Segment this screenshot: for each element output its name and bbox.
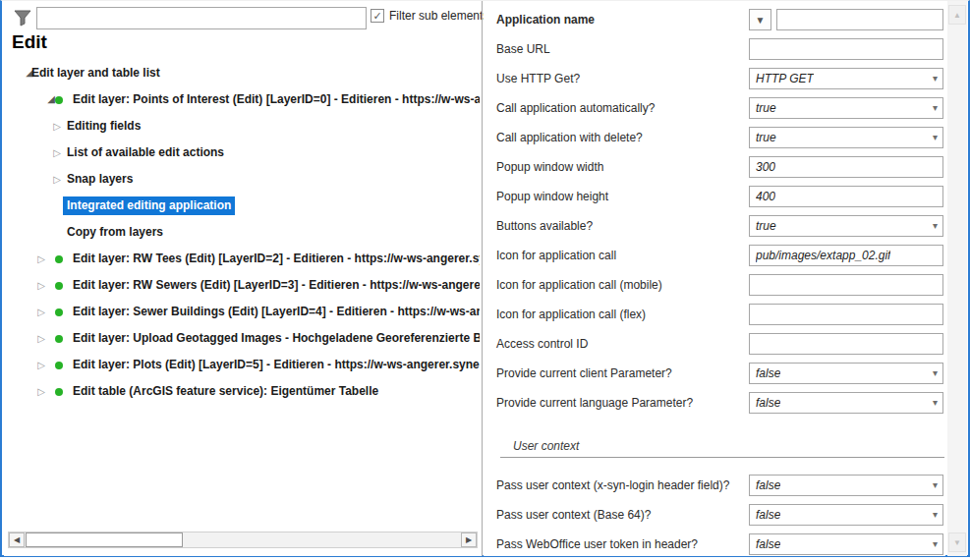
chevron-down-icon[interactable]: ▼ [749, 9, 771, 30]
layer-status-dot-icon [55, 282, 63, 290]
tree-item-label[interactable]: Edit layer: Points of Interest (Edit) [L… [69, 90, 480, 109]
form-row: Icon for application callpub/images/exta… [484, 245, 945, 266]
form-input[interactable] [749, 304, 943, 325]
chevron-down-icon[interactable]: ▾ [933, 397, 938, 408]
form-input[interactable] [749, 274, 943, 296]
form-dropdown[interactable]: false▾ [749, 392, 943, 414]
tree-collapsed-icon[interactable]: ▷ [33, 299, 49, 325]
form-label: Icon for application call [496, 249, 616, 262]
field-value: false [756, 537, 780, 551]
form-dropdown[interactable]: false▾ [749, 363, 943, 384]
tree-item-label[interactable]: Edit layer: Sewer Buildings (Edit) [Laye… [69, 303, 480, 321]
arrow-down-icon[interactable]: ▼ [948, 532, 966, 552]
tree-collapsed-icon[interactable]: ▷ [33, 325, 49, 352]
tree-item-label[interactable]: Editing fields [63, 117, 144, 136]
edit-tree-panel: ✓ Filter sub elements Edit ◢Edit layer a… [4, 1, 482, 556]
chevron-down-icon[interactable]: ▾ [933, 538, 938, 549]
tree-item-label-selected[interactable]: Integrated editing application [63, 196, 235, 215]
form-dropdown[interactable]: HTTP GET▾ [749, 68, 943, 89]
tree-item-label[interactable]: Edit layer and table list [28, 64, 164, 83]
filter-input[interactable] [36, 7, 367, 29]
tree-collapsed-icon[interactable]: ▷ [33, 378, 49, 405]
form-label: Buttons available? [496, 219, 593, 233]
form-label: Popup window width [496, 160, 603, 174]
field-value: 300 [756, 160, 775, 174]
form-dropdown[interactable]: true▾ [749, 127, 943, 148]
chevron-down-icon[interactable]: ▾ [933, 102, 938, 113]
arrow-right-icon[interactable]: ▶ [461, 532, 477, 547]
form-dropdown[interactable]: false▾ [749, 504, 943, 526]
chevron-down-icon[interactable]: ▾ [933, 367, 938, 378]
vertical-scrollbar[interactable]: ▲ ▼ [947, 1, 967, 556]
tree-item-label[interactable]: Edit layer: RW Tees (Edit) [LayerID=2] -… [69, 250, 480, 268]
chevron-down-icon[interactable]: ▾ [933, 220, 938, 231]
layer-status-dot-icon [55, 362, 63, 369]
filter-sub-elements-checkbox[interactable]: ✓ Filter sub elements [371, 9, 488, 23]
form-input[interactable] [749, 38, 943, 60]
tree-item[interactable]: ▷List of available edit actions [4, 140, 480, 166]
form-row: Icon for application call (flex) [484, 304, 945, 325]
tree-item-label[interactable]: Edit table (ArcGIS feature service): Eig… [69, 382, 382, 401]
form-dropdown[interactable]: true▾ [749, 215, 943, 237]
arrow-up-icon[interactable]: ▲ [948, 5, 966, 25]
tree-item[interactable]: ▷Edit table (ArcGIS feature service): Ei… [4, 378, 480, 405]
field-value: true [756, 101, 776, 115]
tree-item[interactable]: Copy from layers [4, 219, 480, 246]
chevron-down-icon[interactable]: ▾ [933, 73, 938, 84]
form-dropdown[interactable]: true▾ [749, 97, 943, 119]
tree-collapsed-icon[interactable]: ▷ [33, 272, 49, 299]
chevron-down-icon[interactable]: ▾ [933, 509, 938, 520]
tree-item[interactable]: ▷Edit layer: Sewer Buildings (Edit) [Lay… [4, 299, 480, 325]
layer-status-dot-icon [55, 335, 63, 343]
form-row: Popup window height400 [484, 186, 945, 207]
form-label: Call application with delete? [496, 131, 643, 144]
form-label: Pass user context (x-syn-login header fi… [496, 478, 729, 492]
form-label: Provide current language Parameter? [496, 396, 693, 410]
tree-item[interactable]: ▷Editing fields [4, 113, 480, 140]
tree-item-label[interactable]: Copy from layers [63, 223, 167, 242]
form-label: Pass WebOffice user token in header? [496, 537, 698, 551]
form-input[interactable]: 400 [749, 186, 943, 207]
tree-item[interactable]: ▷Edit layer: Upload Geotagged Images - H… [4, 325, 480, 352]
form-input[interactable] [776, 9, 943, 30]
horizontal-scrollbar[interactable]: ◀ ▶ [8, 532, 478, 548]
tree-item[interactable]: ▷Snap layers [4, 166, 480, 193]
form-dropdown[interactable]: false▾ [749, 475, 943, 496]
checkbox-check-icon[interactable]: ✓ [371, 9, 384, 23]
chevron-down-icon[interactable]: ▾ [933, 132, 938, 142]
form-dropdown[interactable]: false▾ [749, 533, 943, 555]
form-row: Provide current client Parameter?false▾ [484, 363, 945, 384]
tree-item[interactable]: ▷Edit layer: Plots (Edit) [LayerID=5] - … [4, 352, 480, 378]
form-row: Icon for application call (mobile) [484, 274, 945, 296]
form-label: Base URL [496, 42, 550, 56]
tree-item-label[interactable]: Snap layers [63, 170, 137, 189]
form-input[interactable]: 300 [749, 156, 943, 178]
tree-collapsed-icon[interactable]: ▷ [33, 246, 49, 272]
form-row: Pass user context (Base 64)?false▾ [484, 504, 945, 526]
field-value: true [756, 219, 776, 233]
form-row: Buttons available?true▾ [484, 215, 945, 237]
form-row: Application name▼ [484, 9, 945, 30]
form-label: Icon for application call (flex) [496, 308, 646, 321]
form-row: Call application automatically?true▾ [484, 97, 945, 119]
tree-item-label[interactable]: Edit layer: RW Sewers (Edit) [LayerID=3]… [69, 276, 480, 295]
layer-status-dot-icon [55, 388, 63, 396]
tree-item-label[interactable]: Edit layer: Plots (Edit) [LayerID=5] - E… [69, 356, 480, 374]
tree-item[interactable]: ▷Edit layer: RW Sewers (Edit) [LayerID=3… [4, 272, 480, 299]
arrow-left-icon[interactable]: ◀ [9, 532, 25, 547]
chevron-down-icon[interactable]: ▾ [933, 479, 938, 490]
scrollbar-thumb[interactable] [26, 532, 183, 547]
tree-item[interactable]: Integrated editing application [4, 193, 480, 219]
form-label: Application name [496, 13, 595, 27]
tree-item[interactable]: ▷Edit layer: RW Tees (Edit) [LayerID=2] … [4, 246, 480, 272]
form-input[interactable]: pub/images/extapp_02.gif [749, 245, 943, 266]
tree-item-label[interactable]: Edit layer: Upload Geotagged Images - Ho… [69, 329, 480, 348]
layer-status-dot-icon [55, 96, 63, 104]
tree-collapsed-icon[interactable]: ▷ [33, 352, 49, 378]
form-row: Access control ID [484, 333, 945, 355]
tree-item[interactable]: ◢Edit layer: Points of Interest (Edit) [… [4, 86, 480, 113]
form-input[interactable] [749, 333, 943, 355]
tree-item-label[interactable]: List of available edit actions [63, 143, 228, 162]
tree-item[interactable]: ◢Edit layer and table list [4, 60, 480, 86]
section-title: User context [513, 439, 579, 453]
